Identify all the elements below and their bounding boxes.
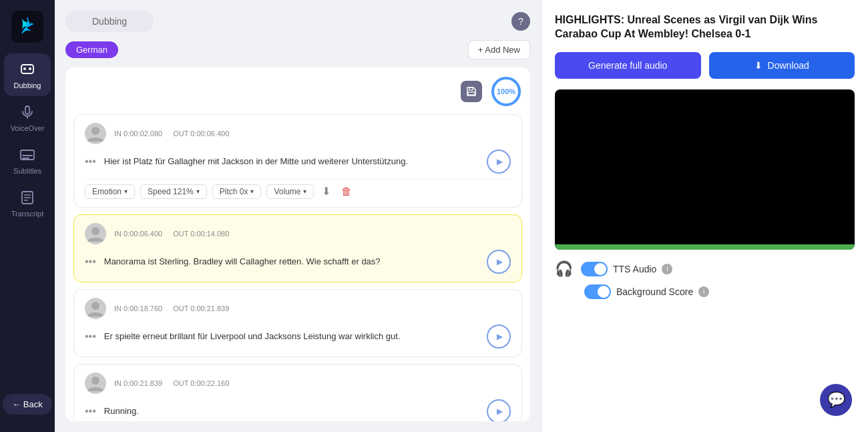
add-new-button[interactable]: + Add New bbox=[468, 40, 530, 59]
segment-menu-dots[interactable]: ••• bbox=[85, 156, 96, 168]
segment-text: Running. bbox=[104, 405, 479, 417]
play-button[interactable] bbox=[487, 399, 511, 421]
tts-audio-label: TTS Audio bbox=[613, 264, 656, 274]
segment-card: IN 0:00:18.760 OUT 0:00:21.839 ••• Er sp… bbox=[73, 289, 522, 357]
audio-setting-row-bg: Background Score i bbox=[555, 284, 855, 299]
sidebar-nav: Dubbing VoiceOver Subtitles Transcript bbox=[4, 53, 51, 224]
segments-toolbar: 100% bbox=[73, 75, 522, 107]
segment-text: Manorama ist Sterling. Bradley will Call… bbox=[104, 256, 479, 268]
svg-point-2 bbox=[23, 67, 26, 70]
right-panel: HIGHLIGHTS: Unreal Scenes as Virgil van … bbox=[541, 0, 868, 432]
svg-point-18 bbox=[91, 227, 99, 235]
sidebar-item-label-subtitles: Subtitles bbox=[13, 167, 41, 175]
avatar bbox=[85, 223, 106, 244]
out-time: OUT 0:00:14.080 bbox=[173, 230, 229, 238]
pitch-button[interactable]: Pitch 0x bbox=[212, 184, 262, 199]
headphones-icon: 🎧 bbox=[555, 260, 573, 278]
avatar bbox=[85, 298, 106, 319]
main-content: Dubbing ? German + Add New bbox=[55, 0, 868, 432]
download-label: Download bbox=[768, 60, 809, 71]
segment-body: ••• Running. bbox=[85, 399, 511, 421]
video-player[interactable] bbox=[555, 89, 855, 250]
bg-score-toggle-row: Background Score i bbox=[584, 284, 709, 299]
sidebar: Dubbing VoiceOver Subtitles Transcript ←… bbox=[0, 0, 55, 432]
chat-icon: 💬 bbox=[827, 391, 845, 409]
progress-circle: 100% bbox=[490, 75, 522, 107]
generate-audio-button[interactable]: Generate full audio bbox=[555, 52, 701, 79]
segment-header: IN 0:00:02.080 OUT 0:00:06.400 bbox=[85, 123, 511, 144]
segment-body: ••• Manorama ist Sterling. Bradley will … bbox=[85, 250, 511, 274]
out-time: OUT 0:00:06.400 bbox=[173, 130, 229, 138]
bg-score-info-icon[interactable]: i bbox=[698, 286, 709, 297]
chat-bubble-button[interactable]: 💬 bbox=[820, 384, 852, 416]
segment-header: IN 0:00:06.400 OUT 0:00:14.080 bbox=[85, 223, 511, 244]
top-bar: Dubbing ? bbox=[65, 11, 530, 32]
speed-button[interactable]: Speed 121% bbox=[140, 184, 207, 199]
segment-body: ••• Hier ist Platz für Gallagher mit Jac… bbox=[85, 150, 511, 174]
segment-times: IN 0:00:18.760 OUT 0:00:21.839 bbox=[114, 304, 229, 312]
segment-controls: Emotion Speed 121% Pitch 0x Volume ⬇ 🗑 bbox=[85, 179, 511, 199]
audio-setting-row-tts: 🎧 TTS Audio i bbox=[555, 260, 855, 278]
tts-toggle-row: TTS Audio i bbox=[581, 262, 672, 276]
segment-card: IN 0:00:06.400 OUT 0:00:14.080 ••• Manor… bbox=[73, 214, 522, 282]
download-button[interactable]: ⬇ Download bbox=[709, 52, 855, 79]
in-time: IN 0:00:18.760 bbox=[114, 304, 162, 312]
download-segment-button[interactable]: ⬇ bbox=[319, 184, 333, 199]
in-time: IN 0:00:06.400 bbox=[114, 230, 162, 238]
avatar bbox=[85, 373, 106, 394]
subtitles-icon bbox=[18, 146, 37, 164]
segment-menu-dots[interactable]: ••• bbox=[85, 405, 96, 417]
bg-score-toggle[interactable] bbox=[584, 284, 611, 299]
tts-audio-toggle[interactable] bbox=[581, 262, 608, 276]
tts-audio-info-icon[interactable]: i bbox=[662, 264, 672, 274]
play-button[interactable] bbox=[487, 150, 511, 174]
dubbing-tab[interactable]: Dubbing bbox=[65, 11, 154, 32]
transcript-icon bbox=[18, 188, 37, 207]
sidebar-item-label-voiceover: VoiceOver bbox=[11, 124, 45, 132]
video-progress-bar bbox=[555, 244, 855, 250]
language-bar: German + Add New bbox=[65, 40, 530, 59]
svg-rect-4 bbox=[25, 106, 29, 114]
svg-rect-14 bbox=[468, 92, 475, 95]
segments-list: IN 0:00:02.080 OUT 0:00:06.400 ••• Hier … bbox=[73, 114, 522, 421]
in-time: IN 0:00:21.839 bbox=[114, 379, 162, 387]
svg-point-17 bbox=[91, 127, 99, 135]
play-button[interactable] bbox=[487, 325, 511, 349]
sidebar-item-transcript[interactable]: Transcript bbox=[4, 182, 51, 224]
svg-rect-1 bbox=[21, 65, 33, 73]
help-button[interactable]: ? bbox=[511, 12, 530, 31]
dubbing-icon bbox=[18, 60, 37, 79]
sidebar-item-label-dubbing: Dubbing bbox=[14, 81, 41, 89]
segment-times: IN 0:00:06.400 OUT 0:00:14.080 bbox=[114, 230, 229, 238]
segments-container: 100% IN 0:00:02.080 OUT 0:00:06.400 ••• … bbox=[65, 67, 530, 421]
sidebar-item-label-transcript: Transcript bbox=[11, 210, 44, 218]
sidebar-item-dubbing[interactable]: Dubbing bbox=[4, 53, 51, 96]
video-title: HIGHLIGHTS: Unreal Scenes as Virgil van … bbox=[555, 13, 855, 41]
segment-header: IN 0:00:18.760 OUT 0:00:21.839 bbox=[85, 298, 511, 319]
volume-button[interactable]: Volume bbox=[266, 184, 314, 199]
save-button[interactable] bbox=[461, 81, 482, 102]
segment-times: IN 0:00:02.080 OUT 0:00:06.400 bbox=[114, 130, 229, 138]
emotion-button[interactable]: Emotion bbox=[85, 184, 135, 199]
out-time: OUT 0:00:22.160 bbox=[173, 379, 229, 387]
left-panel: Dubbing ? German + Add New bbox=[55, 0, 541, 432]
segment-card: IN 0:00:21.839 OUT 0:00:22.160 ••• Runni… bbox=[73, 364, 522, 421]
svg-point-20 bbox=[91, 377, 99, 385]
bg-score-label: Background Score bbox=[616, 286, 693, 297]
language-badge[interactable]: German bbox=[65, 41, 118, 58]
sidebar-item-voiceover[interactable]: VoiceOver bbox=[4, 96, 51, 139]
action-buttons: Generate full audio ⬇ Download bbox=[555, 52, 855, 79]
segment-text: Er spielte erneut brillant für Liverpool… bbox=[104, 331, 479, 343]
download-icon: ⬇ bbox=[754, 60, 763, 71]
play-button[interactable] bbox=[487, 250, 511, 274]
back-button[interactable]: ← Back bbox=[3, 394, 52, 415]
avatar bbox=[85, 123, 106, 144]
out-time: OUT 0:00:21.839 bbox=[173, 304, 229, 312]
segment-menu-dots[interactable]: ••• bbox=[85, 331, 96, 343]
segment-text: Hier ist Platz für Gallagher mit Jackson… bbox=[104, 156, 479, 168]
segment-menu-dots[interactable]: ••• bbox=[85, 256, 96, 268]
sidebar-item-subtitles[interactable]: Subtitles bbox=[4, 139, 51, 182]
svg-point-3 bbox=[29, 67, 31, 70]
segment-body: ••• Er spielte erneut brillant für Liver… bbox=[85, 325, 511, 349]
delete-segment-button[interactable]: 🗑 bbox=[339, 184, 355, 199]
